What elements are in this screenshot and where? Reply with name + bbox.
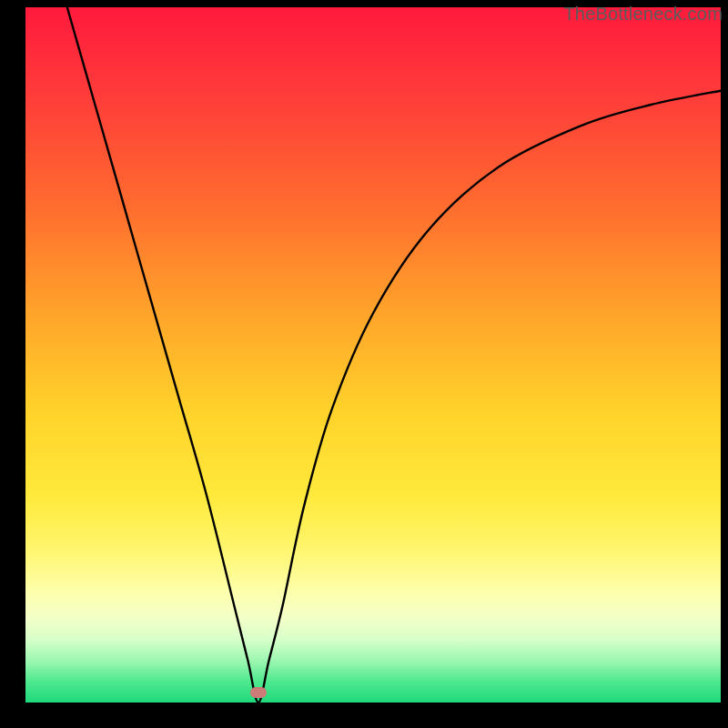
watermark-text: TheBottleneck.com (563, 4, 723, 25)
plot-area (25, 7, 721, 703)
optimal-point-marker (250, 687, 267, 698)
chart-stage: TheBottleneck.com (0, 0, 728, 728)
bottleneck-curve (25, 7, 721, 703)
